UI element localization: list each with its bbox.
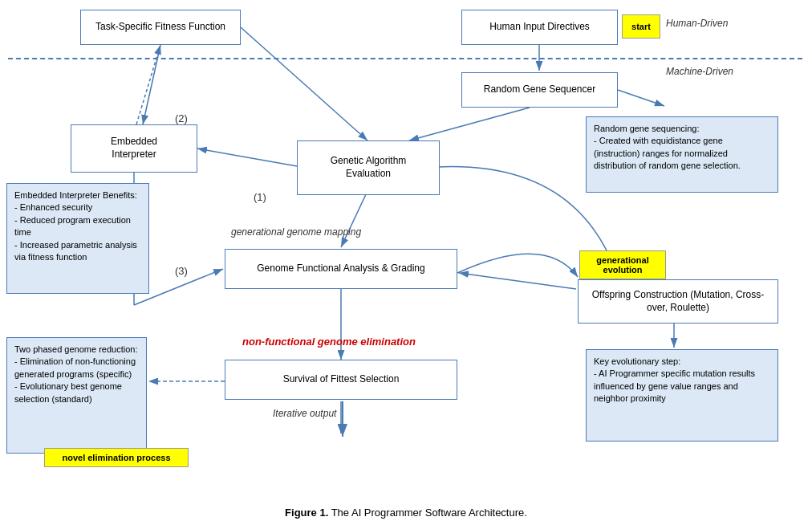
novel-elimination-badge: novel elimination process [44, 448, 189, 467]
machine-driven-label: Machine-Driven [666, 66, 733, 77]
two-phased-text: Two phased genome reduction:- Eliminatio… [14, 344, 138, 404]
survival-box: Survival of Fittest Selection [225, 360, 457, 400]
diagram-container: Task-Specific Fitness Function Human Inp… [0, 0, 812, 525]
non-functional-label: non-functional genome elimination [242, 336, 416, 348]
fitness-function-label: Task-Specific Fitness Function [95, 21, 225, 34]
embedded-interpreter-label: EmbeddedInterpreter [111, 136, 157, 161]
svg-line-8 [341, 193, 367, 247]
svg-line-5 [143, 45, 160, 124]
random-gene-note-text: Random gene sequencing:- Created with eq… [594, 124, 741, 170]
figure-caption: Figure 1. The AI Programmer Software Arc… [0, 507, 812, 519]
genetic-algo-label: Genetic AlgorithmEvaluation [331, 155, 407, 180]
label-3: (3) [175, 265, 188, 277]
random-gene-label: Random Gene Sequencer [484, 83, 595, 96]
offspring-label: Offspring Construction (Mutation, Cross-… [585, 289, 771, 314]
two-phased-box: Two phased genome reduction:- Eliminatio… [6, 337, 147, 454]
genome-grading-label: Genome Functional Analysis & Grading [257, 262, 424, 275]
random-gene-note: Random gene sequencing:- Created with eq… [586, 116, 778, 193]
survival-label: Survival of Fittest Selection [283, 373, 400, 386]
key-evol-box: Key evolutionary step:- AI Programmer sp… [586, 349, 778, 442]
label-1: (1) [254, 191, 266, 203]
svg-line-17 [136, 45, 160, 124]
human-input-box: Human Input Directives [461, 10, 618, 45]
svg-line-6 [197, 149, 297, 166]
svg-line-11 [459, 273, 576, 289]
human-driven-label: Human-Driven [666, 18, 728, 29]
start-button[interactable]: start [622, 14, 660, 39]
gen-evolution-badge: generational evolution [579, 250, 666, 279]
iterative-label: Iterative output [273, 408, 336, 419]
random-gene-box: Random Gene Sequencer [461, 72, 618, 108]
embedded-interpreter-box: EmbeddedInterpreter [71, 124, 197, 173]
svg-line-4 [618, 90, 664, 106]
embedded-benefits-box: Embedded Interpreter Benefits:- Enhanced… [6, 183, 149, 294]
embedded-benefits-text: Embedded Interpreter Benefits:- Enhanced… [14, 190, 137, 262]
key-evol-text: Key evolutionary step:- AI Programmer sp… [594, 356, 755, 403]
separator-line [8, 58, 802, 59]
genetic-algo-box: Genetic AlgorithmEvaluation [297, 140, 440, 195]
genome-grading-box: Genome Functional Analysis & Grading [225, 249, 457, 289]
fitness-function-box: Task-Specific Fitness Function [80, 10, 241, 45]
gen-genome-label: generational genome mapping [231, 226, 361, 238]
svg-line-7 [241, 27, 367, 140]
label-2: (2) [175, 112, 188, 124]
offspring-box: Offspring Construction (Mutation, Cross-… [578, 279, 778, 324]
svg-line-3 [409, 108, 530, 140]
human-input-label: Human Input Directives [489, 21, 590, 34]
